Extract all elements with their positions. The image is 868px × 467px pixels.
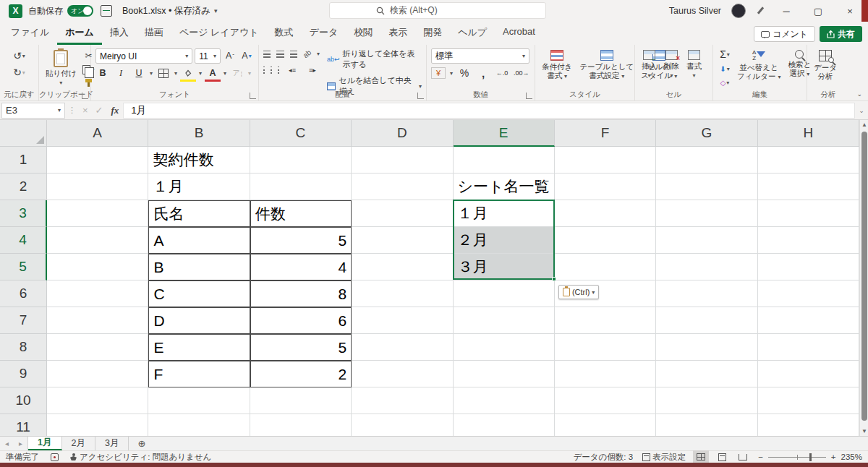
italic-button[interactable]: I [114,66,128,80]
cell-D11[interactable] [352,414,453,436]
borders-button[interactable] [156,66,171,80]
ribbon-tab-描画[interactable]: 描画 [137,22,171,45]
macro-record-icon[interactable] [51,453,59,461]
close-button[interactable]: × [839,6,861,17]
cell-B1[interactable]: 契約件数 [148,147,250,173]
restore-button[interactable]: ▢ [807,6,829,17]
cell-B5[interactable]: B [148,254,250,280]
data-analysis-button[interactable]: データ分析 [812,48,839,89]
cell-F9[interactable] [555,361,656,387]
font-color-button[interactable]: A [205,66,220,80]
column-header-E[interactable]: E [454,120,555,147]
cell-F11[interactable] [555,414,656,436]
cell-G3[interactable] [656,200,757,227]
cell-F4[interactable] [555,227,656,254]
currency-button[interactable]: ¥ [431,67,446,79]
ribbon-tab-ホーム[interactable]: ホーム [57,22,102,45]
cell-H6[interactable] [758,280,859,307]
cell-E8[interactable] [454,334,555,361]
normal-view-button[interactable] [695,453,707,462]
decrease-font-button[interactable]: A▾ [239,48,254,63]
cell-C8[interactable]: 5 [250,334,352,361]
page-layout-view-button[interactable] [716,453,728,462]
cell-H1[interactable] [758,147,859,173]
cell-A5[interactable] [47,254,148,280]
cell-G1[interactable] [656,147,757,173]
align-right-icon[interactable] [278,67,279,74]
search-input[interactable]: 検索 (Alt+Q) [329,2,546,19]
ribbon-tab-開発[interactable]: 開発 [415,22,450,45]
cell-H4[interactable] [758,227,859,254]
cell-A6[interactable] [47,280,148,307]
cell-A9[interactable] [47,361,148,387]
sheet-tab-1月[interactable]: 1月 [28,437,61,450]
ribbon-tab-挿入[interactable]: 挿入 [102,22,137,45]
ribbon-tab-Acrobat[interactable]: Acrobat [495,22,543,45]
font-dialog-launcher[interactable] [250,93,256,99]
cell-C3[interactable]: 件数 [250,200,352,227]
clipboard-dialog-launcher[interactable] [82,93,88,99]
scroll-up-icon[interactable]: ▲ [860,121,868,128]
row-header-8[interactable]: 8 [0,334,47,361]
cell-G6[interactable] [656,280,757,307]
format-as-table-button[interactable]: テーブルとして書式設定 ▾ [577,48,636,89]
sheet-tab-2月[interactable]: 2月 [62,437,95,450]
cell-D1[interactable] [352,147,453,173]
cell-D4[interactable] [352,227,453,254]
row-header-2[interactable]: 2 [0,173,47,200]
cell-B11[interactable] [148,414,250,436]
cell-C9[interactable]: 2 [250,361,352,387]
display-settings-button[interactable]: 表示設定 [642,452,686,463]
cell-H5[interactable] [758,254,859,280]
ribbon-tab-表示[interactable]: 表示 [380,22,415,45]
cell-D7[interactable] [352,307,453,334]
autosave-toggle[interactable]: オン [67,5,93,17]
cell-G5[interactable] [656,254,757,280]
cell-C2[interactable] [250,173,352,200]
cell-A11[interactable] [47,414,148,436]
cell-A8[interactable] [47,334,148,361]
cell-G2[interactable] [656,173,757,200]
row-header-5[interactable]: 5 [0,254,47,280]
column-header-B[interactable]: B [148,120,250,147]
number-dialog-launcher[interactable] [526,93,532,99]
decrease-indent-button[interactable]: ◂≡ [285,63,299,77]
cancel-icon[interactable]: × [79,105,92,116]
paste-options-button[interactable]: (Ctrl)▾ [558,285,599,299]
cell-F5[interactable] [555,254,656,280]
ribbon-tab-数式[interactable]: 数式 [267,22,302,45]
cell-D6[interactable] [352,280,453,307]
autosum-button[interactable]: Σ▾ [718,48,732,61]
pen-icon[interactable] [756,7,765,16]
cell-G10[interactable] [656,387,757,414]
insert-cells-button[interactable]: ← 挿入▾ [639,48,659,89]
cell-D2[interactable] [352,173,453,200]
redo-button[interactable]: ↻ ▾ [12,65,27,80]
formula-bar-splitter[interactable]: ⋮ [65,106,79,115]
column-header-C[interactable]: C [250,120,352,147]
cell-G8[interactable] [656,334,757,361]
fill-button[interactable]: ⬇▾ [718,63,732,75]
align-top-icon[interactable] [263,51,271,58]
cell-G4[interactable] [656,227,757,254]
cell-E3[interactable]: １月 [454,200,555,227]
conditional-formatting-button[interactable]: 条件付き書式 ▾ [540,48,574,89]
sort-filter-button[interactable]: AZ 並べ替えとフィルター ▾ [735,48,783,89]
increase-font-button[interactable]: Aˆ [223,48,237,63]
cell-E5[interactable]: ３月 [454,254,555,280]
sheet-nav-right-icon[interactable]: ▸ [14,437,27,450]
number-format-select[interactable]: 標準▾ [431,48,529,64]
font-name-select[interactable]: Meiryo UI▾ [95,48,192,64]
column-header-G[interactable]: G [656,120,757,147]
cell-E7[interactable] [454,307,555,334]
paste-button[interactable]: 貼り付け ▾ [43,48,79,89]
column-header-A[interactable]: A [47,120,148,147]
zoom-level[interactable]: 235% [841,453,862,461]
cell-E4[interactable]: ２月 [454,227,555,254]
cell-F3[interactable] [555,200,656,227]
row-header-6[interactable]: 6 [0,280,47,307]
sheet-tab-3月[interactable]: 3月 [95,437,129,450]
cell-E2[interactable]: シート名一覧 [454,173,555,200]
comments-button[interactable]: コメント [754,26,815,42]
font-size-select[interactable]: 11▾ [195,48,221,64]
